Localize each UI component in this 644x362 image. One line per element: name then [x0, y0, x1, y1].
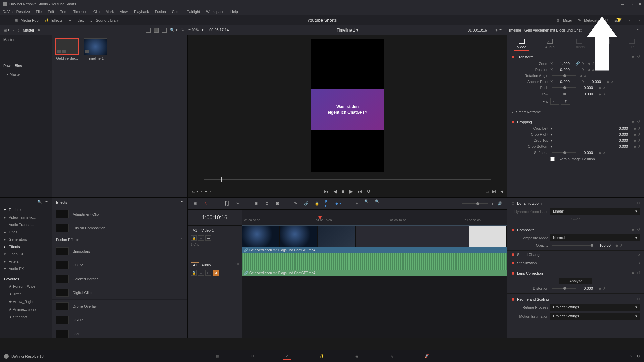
lock-icon[interactable]: 🔒 [314, 201, 320, 207]
blade-tool[interactable]: ✂ [235, 201, 241, 207]
dynamic-trim[interactable]: ⎡⎦ [224, 201, 230, 207]
zoom-in-icon[interactable]: 🔍− [364, 201, 370, 207]
media-pool-button[interactable]: ▦Media Pool [13, 18, 39, 23]
zoom-x[interactable] [556, 62, 573, 66]
fav-5[interactable]: ★ Standort [0, 313, 52, 321]
breadcrumb[interactable]: Master [23, 28, 34, 32]
composite-toggle[interactable] [512, 229, 514, 231]
yaw-slider[interactable] [552, 94, 576, 94]
composite-mode-select[interactable]: Normal▾ [550, 234, 640, 241]
snap-icon[interactable]: ⌖ [354, 201, 360, 207]
fx-search-icon[interactable]: 🔍 [37, 200, 42, 204]
settings-icon[interactable]: ⚙ [637, 354, 640, 358]
toolbox-node[interactable]: ▾Toolbox [0, 206, 52, 214]
cropping-toggle[interactable] [512, 121, 514, 123]
stabilization-section[interactable]: Stabilization↺ [507, 259, 644, 267]
audiofx-node[interactable]: ▾Audio FX [0, 265, 52, 273]
grid-view-icon[interactable] [154, 28, 159, 33]
dynzoom-toggle[interactable] [512, 202, 514, 205]
more-icon[interactable]: ⋯ [187, 28, 191, 32]
retain-position-check[interactable] [550, 157, 555, 161]
pos-x[interactable] [556, 68, 573, 72]
collapse-icon[interactable]: ⌃ [180, 200, 183, 205]
page-deliver[interactable]: 🚀 [423, 353, 431, 360]
link-clips[interactable]: ✎ [292, 201, 299, 207]
video-clip[interactable]: 🔗Geld verdienen mit Blogs und ChatGPT.mp… [241, 225, 507, 253]
fav-2[interactable]: ★ Jitter [0, 290, 52, 298]
maximize-button[interactable]: ▭ [630, 2, 633, 6]
prev-edit[interactable]: ‹ [201, 189, 202, 193]
yaw-v[interactable] [580, 92, 597, 96]
pitch-slider[interactable] [552, 87, 576, 88]
softness-slider[interactable] [552, 152, 576, 153]
a1-solo[interactable]: S [205, 270, 211, 276]
overwrite-clip[interactable]: ⊡ [264, 201, 270, 207]
opacity-v[interactable] [597, 243, 613, 247]
sound-library-button[interactable]: ♫Sound Library [88, 18, 119, 23]
powerbin-master[interactable]: ▸ Master [0, 70, 52, 79]
smart-reframe-section[interactable]: ▸Smart Reframe [507, 108, 644, 116]
fx-colored-border[interactable]: Colored Border [52, 272, 187, 286]
fx-dslr[interactable]: DSLR [52, 313, 187, 327]
inspector-button[interactable]: ✂Inspe [604, 18, 621, 23]
zoom-minus[interactable]: − [456, 202, 458, 206]
rotation-slider[interactable] [552, 75, 576, 76]
menu-help[interactable]: Help [230, 10, 238, 14]
a1-mute[interactable]: M [213, 270, 219, 276]
close-button[interactable]: ✕ [638, 2, 641, 6]
effects-node[interactable]: ▸Effects [0, 243, 52, 250]
ease-select[interactable]: Linear▾ [550, 208, 640, 215]
anchor-x[interactable] [556, 80, 573, 84]
playhead[interactable] [320, 210, 320, 338]
fx-digital-glitch[interactable]: Digital Glitch [52, 286, 187, 300]
master-bin[interactable]: Master [0, 35, 52, 44]
metadata-button[interactable]: ✎Metadata [577, 18, 599, 23]
pitch-v[interactable] [580, 86, 597, 90]
nav-back[interactable]: ‹ [13, 27, 15, 33]
opacity-slider[interactable] [552, 245, 593, 246]
first-frame[interactable]: ⏮ [324, 189, 329, 194]
flip-v[interactable]: ⇕ [561, 98, 570, 105]
viewer[interactable]: Was ist den eigentlich ChatGPT? [311, 39, 384, 172]
distortion-slider[interactable] [552, 288, 576, 289]
generators[interactable]: ▸Generators [0, 236, 52, 243]
strip-view-icon[interactable] [162, 28, 167, 33]
selection-tool[interactable]: ↖ [203, 201, 209, 207]
menu-fusion[interactable]: Fusion [155, 10, 166, 14]
insert-clip[interactable]: ⊞ [253, 201, 259, 207]
minimize-button[interactable]: — [621, 2, 624, 6]
viewer-scrubber[interactable] [204, 176, 491, 183]
v1-disable[interactable]: ▬ [205, 235, 211, 241]
menu-color[interactable]: Color [172, 10, 181, 14]
menu-timeline[interactable]: Timeline [73, 10, 87, 14]
fx-cctv[interactable]: CCTV [52, 258, 187, 272]
retime-toggle[interactable] [512, 298, 514, 301]
collapse-icon-2[interactable]: ⌃ [180, 238, 183, 242]
menu-view[interactable]: View [120, 10, 128, 14]
audio-icon[interactable]: 🔊 [497, 201, 503, 207]
loop[interactable]: ⟳ [367, 189, 371, 194]
nav-fwd[interactable]: › [18, 27, 20, 33]
inspector-more[interactable]: ⋯ [637, 28, 641, 32]
mark-in[interactable]: ● [205, 189, 207, 193]
reset-icon[interactable]: ↺ [637, 55, 640, 59]
last-frame[interactable]: ⏭ [358, 189, 362, 194]
match-frame-icon[interactable]: ▭ ▾ [192, 189, 198, 194]
menu-mark[interactable]: Mark [106, 10, 114, 14]
tab-effects[interactable]: Effects [571, 38, 587, 51]
page-fairlight[interactable]: ♫ [388, 353, 396, 360]
clip-thumb-2[interactable]: Timeline 1 [84, 38, 107, 60]
trim-tool[interactable]: ⎶ [213, 201, 219, 207]
tab-video[interactable]: Video [514, 38, 529, 51]
flip-h[interactable]: ⇔ [550, 98, 559, 105]
menu-trim[interactable]: Trim [60, 10, 67, 14]
openfx-node[interactable]: ▾Open FX [0, 250, 52, 258]
fx-drone-overlay[interactable]: Drone Overlay [52, 300, 187, 313]
audio-transitions[interactable]: Audio Transiti... [0, 221, 52, 228]
menu-playback[interactable]: Playback [134, 10, 149, 14]
replace-clip[interactable]: ⊟ [274, 201, 280, 207]
home-icon[interactable]: ⌂ [630, 354, 632, 358]
sort-icon[interactable]: ⇅ [181, 28, 184, 32]
timeline-title[interactable]: Timeline 1 ▾ [337, 28, 358, 33]
menu-clip[interactable]: Clip [93, 10, 100, 14]
